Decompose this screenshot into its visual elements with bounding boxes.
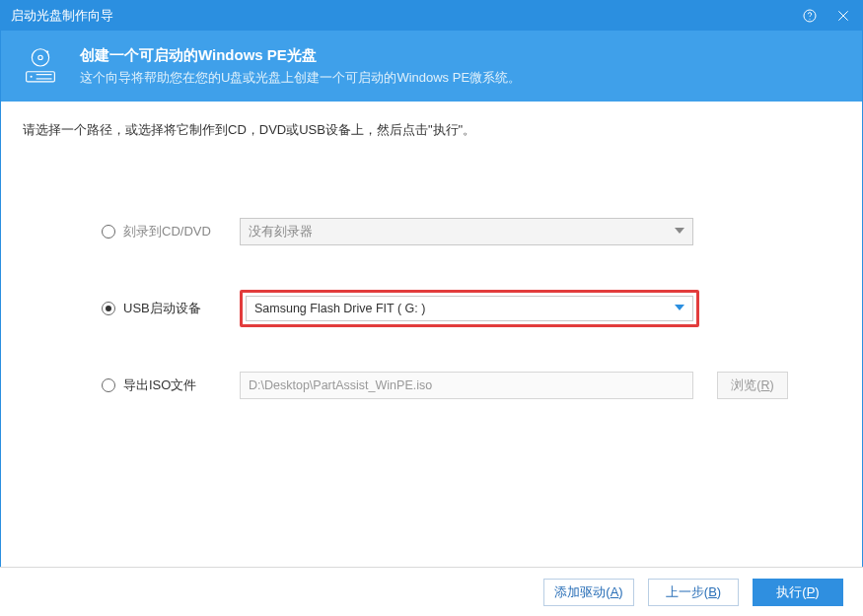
wizard-header: 创建一个可启动的Windows PE光盘 这个向导将帮助您在您的U盘或光盘上创建… [1, 31, 862, 102]
svg-point-5 [38, 55, 42, 59]
svg-point-1 [809, 19, 810, 20]
browse-label: 浏览(R) [731, 377, 773, 394]
wizard-body: 请选择一个路径，或选择将它制作到CD，DVD或USB设备上，然后点击"执行"。 … [1, 102, 862, 399]
add-driver-button[interactable]: 添加驱动(A) [543, 579, 634, 606]
cd-recorder-select: 没有刻录器 [240, 218, 693, 245]
radio-usb[interactable]: USB启动设备 [102, 300, 240, 317]
usb-highlight: Samsung Flash Drive FIT ( G: ) [240, 290, 699, 327]
wizard-header-text: 创建一个可启动的Windows PE光盘 这个向导将帮助您在您的U盘或光盘上创建… [80, 46, 521, 87]
wizard-title: 创建一个可启动的Windows PE光盘 [80, 46, 521, 65]
option-row-usb: USB启动设备 Samsung Flash Drive FIT ( G: ) [102, 290, 840, 327]
btn-label: 执行(P) [776, 583, 819, 601]
radio-label-iso: 导出ISO文件 [123, 376, 196, 394]
radio-label-cd: 刻录到CD/DVD [123, 223, 211, 240]
title-bar-controls [801, 7, 852, 25]
chevron-down-icon [675, 225, 684, 239]
svg-point-8 [31, 76, 33, 78]
iso-path-value: D:\Desktop\PartAssist_WinPE.iso [249, 378, 432, 392]
browse-button: 浏览(R) [717, 372, 788, 399]
option-row-iso: 导出ISO文件 D:\Desktop\PartAssist_WinPE.iso … [102, 372, 840, 399]
wizard-footer: 添加驱动(A) 上一步(B) 执行(P) [0, 567, 863, 616]
execute-button[interactable]: 执行(P) [753, 579, 843, 606]
usb-device-select[interactable]: Samsung Flash Drive FIT ( G: ) [246, 296, 693, 321]
window-title: 启动光盘制作向导 [11, 7, 801, 25]
instruction-text: 请选择一个路径，或选择将它制作到CD，DVD或USB设备上，然后点击"执行"。 [23, 121, 840, 139]
radio-icon [102, 225, 115, 239]
radio-cd[interactable]: 刻录到CD/DVD [102, 223, 240, 240]
svg-marker-11 [675, 228, 684, 234]
usb-device-value: Samsung Flash Drive FIT ( G: ) [254, 302, 425, 315]
svg-point-6 [46, 51, 48, 53]
iso-path-input: D:\Desktop\PartAssist_WinPE.iso [240, 372, 693, 399]
svg-point-4 [32, 49, 48, 66]
btn-label: 上一步(B) [666, 583, 721, 601]
disc-device-icon [17, 42, 64, 90]
radio-icon [102, 302, 115, 315]
radio-iso[interactable]: 导出ISO文件 [102, 376, 240, 394]
back-button[interactable]: 上一步(B) [648, 579, 739, 606]
option-row-cd: 刻录到CD/DVD 没有刻录器 [102, 218, 840, 245]
radio-label-usb: USB启动设备 [123, 300, 201, 317]
chevron-down-icon[interactable] [675, 302, 684, 315]
radio-icon [102, 378, 115, 392]
cd-recorder-field: 没有刻录器 [240, 218, 693, 245]
help-icon[interactable] [801, 7, 819, 25]
svg-marker-12 [675, 305, 684, 310]
wizard-subtitle: 这个向导将帮助您在您的U盘或光盘上创建一个可启动的Windows PE微系统。 [80, 69, 521, 87]
close-icon[interactable] [834, 7, 852, 25]
title-bar: 启动光盘制作向导 [1, 1, 862, 31]
cd-recorder-value: 没有刻录器 [249, 224, 313, 240]
btn-label: 添加驱动(A) [554, 583, 622, 601]
options-group: 刻录到CD/DVD 没有刻录器 USB启动设备 Samsung Flash Dr… [23, 218, 840, 399]
